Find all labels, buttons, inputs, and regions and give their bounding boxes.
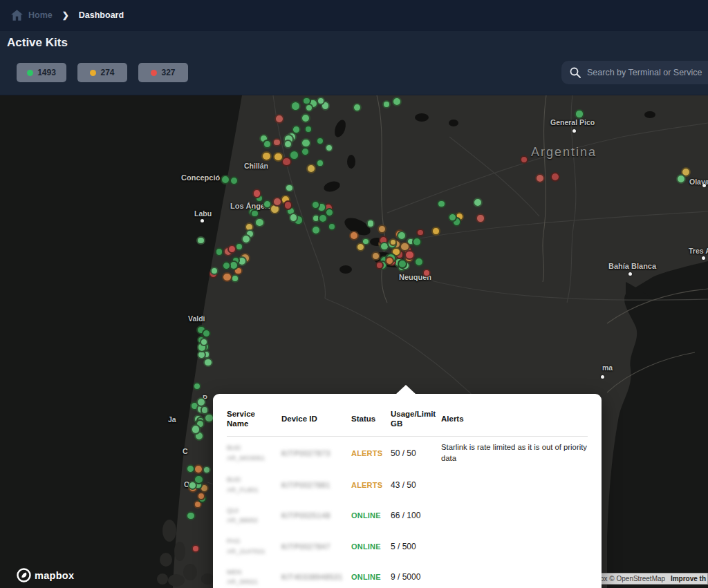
kit-marker-green[interactable] — [397, 231, 407, 240]
search-input[interactable] — [587, 68, 708, 77]
status-count: 274 — [100, 68, 114, 77]
kit-marker-red[interactable] — [416, 229, 425, 237]
popup-pointer — [395, 385, 416, 395]
map-label: ma — [602, 363, 613, 372]
kit-marker-green[interactable] — [676, 174, 686, 184]
kit-marker-green[interactable] — [289, 213, 298, 222]
kit-marker-green[interactable] — [305, 104, 313, 112]
kit-marker-red[interactable] — [274, 114, 284, 124]
search-box[interactable] — [561, 61, 708, 84]
kit-marker-green[interactable] — [186, 511, 195, 520]
attribution-osm-link[interactable]: © OpenStreetMap — [609, 575, 665, 582]
kit-marker-green[interactable] — [215, 247, 223, 256]
kit-marker-green[interactable] — [203, 358, 212, 367]
kit-marker-green[interactable] — [301, 138, 311, 149]
kit-marker-green[interactable] — [575, 109, 584, 118]
kit-marker-green[interactable] — [222, 261, 231, 270]
kit-marker-green[interactable] — [196, 236, 205, 245]
status-count: 327 — [161, 68, 175, 77]
kit-marker-red[interactable] — [375, 261, 384, 269]
kit-marker-green[interactable] — [392, 97, 402, 106]
status-cell: ALERTS — [351, 449, 386, 457]
kit-table: Service NameDevice IDStatusUsage/Limit G… — [227, 406, 588, 588]
kit-marker-red[interactable] — [272, 138, 281, 146]
kit-marker-green[interactable] — [325, 144, 333, 152]
kit-marker-green[interactable] — [191, 424, 201, 435]
improve-map-link[interactable]: Improve th — [671, 575, 706, 582]
breadcrumb-current: Dashboard — [79, 10, 124, 20]
kit-marker-green[interactable] — [473, 198, 483, 207]
map-label: Valdi — [188, 314, 205, 323]
kit-marker-green[interactable] — [254, 218, 265, 228]
kit-marker-red[interactable] — [283, 200, 292, 209]
home-icon[interactable] — [11, 10, 23, 21]
kit-marker-red[interactable] — [252, 189, 261, 198]
kit-marker-green[interactable] — [210, 267, 218, 275]
table-row[interactable]: MENAR_00021KIT40338948531ONLINE9 / 5000 — [227, 562, 588, 588]
kit-marker-green[interactable] — [290, 101, 301, 111]
table-row[interactable]: PAGAR_2147021KITP0027847ONLINE5 / 500 — [227, 531, 588, 562]
table-row[interactable]: QUIAR_88002KITP0025148ONLINE66 / 100 — [227, 500, 588, 531]
kit-marker-green[interactable] — [285, 184, 293, 192]
status-counter-online[interactable]: 1493 — [17, 63, 66, 82]
town-dot — [628, 272, 632, 276]
kit-marker-yellow[interactable] — [431, 227, 440, 235]
map-label: Labu — [194, 209, 212, 218]
kit-marker-yellow[interactable] — [306, 164, 316, 173]
kit-marker-red[interactable] — [272, 197, 282, 207]
map-label: Concepció — [181, 173, 220, 182]
service-name-cell: QUIAR_88002 — [227, 506, 277, 526]
status-counter-alert[interactable]: 327 — [138, 63, 188, 82]
table-row[interactable]: BUDAR_FL801KITP0027881ALERTS43 / 50 — [227, 469, 588, 500]
column-header: Alerts — [441, 414, 588, 424]
town-dot — [201, 219, 204, 222]
kit-marker-orange[interactable] — [349, 231, 359, 240]
status-cell: ONLINE — [351, 573, 386, 581]
kit-marker-green[interactable] — [414, 257, 424, 267]
kit-marker-yellow[interactable] — [273, 152, 283, 162]
usage-cell: 43 / 50 — [391, 480, 436, 490]
kit-marker-orange[interactable] — [222, 272, 232, 283]
kit-marker-green[interactable] — [230, 176, 239, 185]
usage-cell: 66 / 100 — [391, 511, 436, 520]
kit-marker-green[interactable] — [241, 234, 251, 244]
map-label: General Pico — [550, 118, 595, 126]
kit-marker-green[interactable] — [200, 338, 208, 346]
table-row[interactable]: BUDAR_MO3051KITP0027873ALERTS50 / 50Star… — [227, 437, 588, 470]
kit-marker-green[interactable] — [328, 222, 336, 231]
active-kits-panel: Active Kits 1493274327 — [0, 31, 708, 95]
map-label: C — [183, 447, 188, 455]
map-label: Chillán — [244, 162, 268, 170]
usage-cell: 5 / 500 — [391, 542, 436, 551]
status-counter-warning[interactable]: 274 — [77, 63, 127, 82]
map-label: Argentina — [531, 145, 597, 160]
kit-marker-orange[interactable] — [378, 225, 386, 234]
kit-marker-green[interactable] — [263, 140, 272, 149]
table-header-row: Service NameDevice IDStatusUsage/Limit G… — [227, 406, 588, 437]
town-dot — [702, 256, 705, 260]
kit-marker-green[interactable] — [353, 103, 362, 112]
kit-marker-orange[interactable] — [371, 252, 380, 260]
column-header: Device ID — [281, 414, 346, 424]
search-icon — [570, 67, 581, 78]
kit-marker-green[interactable] — [301, 147, 310, 156]
kit-marker-green[interactable] — [193, 382, 201, 390]
kit-marker-green[interactable] — [186, 464, 195, 473]
top-nav-bar: Home ❯ Dashboard — [0, 0, 708, 30]
kit-marker-green[interactable] — [366, 219, 375, 228]
map-canvas[interactable]: ArgentinaGeneral PicoOlavarrTres ArrBahí… — [0, 95, 708, 588]
service-name-cell: PAGAR_2147021 — [227, 536, 277, 556]
kit-marker-red[interactable] — [476, 214, 485, 222]
kit-marker-green[interactable] — [311, 200, 320, 209]
kit-marker-green[interactable] — [316, 159, 324, 167]
breadcrumb-home-link[interactable]: Home — [28, 10, 53, 20]
mapbox-logo[interactable]: mapbox — [17, 568, 74, 582]
map-label: Tres Arr — [689, 247, 708, 255]
kit-marker-green[interactable] — [188, 481, 197, 490]
kit-marker-yellow[interactable] — [261, 151, 272, 162]
kit-marker-red[interactable] — [535, 173, 545, 183]
kit-marker-green[interactable] — [382, 100, 391, 108]
kit-marker-green[interactable] — [201, 406, 209, 414]
mapbox-logo-text: mapbox — [35, 570, 74, 581]
kit-marker-green[interactable] — [448, 213, 457, 222]
